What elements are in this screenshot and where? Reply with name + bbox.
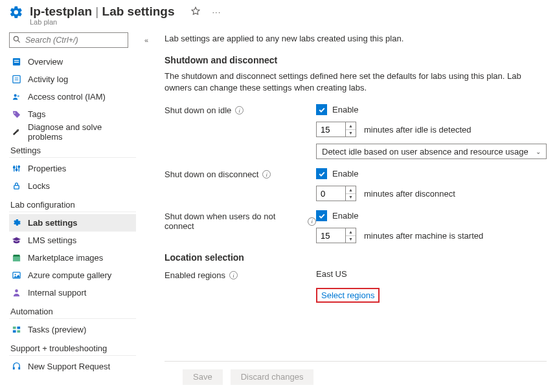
discard-button[interactable]: Discard changes — [231, 369, 314, 385]
spinner-idle-minutes[interactable]: ▲▼ — [316, 122, 356, 137]
sidebar-item-label: Lab settings — [28, 218, 78, 228]
checkbox-disconnect-enable[interactable] — [316, 168, 327, 179]
svg-rect-4 — [14, 60, 19, 61]
footer-bar: Save Discard changes — [165, 361, 547, 392]
sidebar-item-diagnose[interactable]: Diagnose and solve problems — [9, 123, 136, 140]
dropdown-value: Detect idle based on user absence and re… — [322, 147, 529, 157]
spinner-down-icon[interactable]: ▼ — [346, 130, 356, 137]
svg-point-17 — [18, 166, 19, 167]
sidebar-item-locks[interactable]: Locks — [9, 177, 136, 195]
sidebar-item-label: Overview — [28, 57, 63, 67]
sidebar-group-labconfig: Lab configuration — [9, 195, 136, 212]
tag-icon — [12, 109, 21, 119]
svg-point-10 — [17, 95, 19, 97]
svg-marker-0 — [192, 7, 200, 14]
page-header: lp-testplan | Lab settings Lab plan ··· — [9, 4, 551, 26]
svg-rect-26 — [17, 330, 20, 332]
sidebar-item-label: Azure compute gallery — [28, 270, 111, 280]
spinner-down-icon[interactable]: ▼ — [346, 236, 356, 243]
info-icon[interactable]: i — [235, 106, 244, 114]
after-text: minutes after disconnect — [364, 189, 455, 199]
sidebar-item-tasks[interactable]: Tasks (preview) — [9, 321, 136, 338]
info-icon[interactable]: i — [229, 271, 238, 279]
sidebar-item-iam[interactable]: Access control (IAM) — [9, 88, 136, 105]
dropdown-idle-detect[interactable]: Detect idle based on user absence and re… — [316, 144, 547, 159]
sidebar-item-label: Tasks (preview) — [28, 325, 86, 334]
sidebar-item-label: Properties — [28, 164, 66, 173]
headset-icon — [12, 362, 21, 371]
search-input[interactable] — [9, 32, 128, 48]
gear-icon — [12, 218, 21, 228]
region-value: East US — [316, 269, 547, 279]
sidebar-item-marketplace[interactable]: Marketplace images — [9, 249, 136, 267]
search-box[interactable] — [9, 32, 128, 48]
section-location-title: Location selection — [165, 252, 547, 263]
graduation-icon — [12, 235, 21, 245]
overview-icon — [12, 57, 21, 67]
sidebar-item-properties[interactable]: Properties — [9, 160, 136, 177]
checkbox-label: Enable — [332, 211, 358, 221]
svg-line-2 — [17, 40, 19, 42]
checkbox-noconnect-enable[interactable] — [316, 210, 327, 221]
spinner-up-icon[interactable]: ▲ — [346, 186, 356, 194]
label-shutdown-noconnect: Shut down when users do not connect i — [165, 210, 316, 231]
svg-point-21 — [15, 274, 16, 275]
tasks-icon — [12, 325, 21, 334]
save-button[interactable]: Save — [183, 369, 223, 385]
spinner-up-icon[interactable]: ▲ — [346, 228, 356, 236]
svg-rect-24 — [17, 327, 20, 329]
spinner-up-icon[interactable]: ▲ — [346, 122, 356, 130]
info-icon[interactable]: i — [308, 217, 316, 226]
sidebar-item-overview[interactable]: Overview — [9, 53, 136, 71]
checkbox-label: Enable — [332, 105, 358, 114]
checkbox-label: Enable — [332, 169, 358, 179]
sidebar-item-label: Access control (IAM) — [28, 92, 106, 102]
select-regions-link[interactable]: Select regions — [321, 290, 374, 300]
sidebar-item-tags[interactable]: Tags — [9, 105, 136, 123]
svg-rect-5 — [14, 62, 19, 63]
checkbox-idle-enable[interactable] — [316, 104, 327, 115]
sidebar-group-settings: Settings — [9, 140, 136, 158]
after-text: minutes after idle is detected — [364, 125, 471, 135]
spinner-input[interactable] — [317, 122, 345, 136]
section-shutdown-desc: The shutdown and disconnect settings def… — [165, 71, 547, 94]
sidebar-item-label: Internal support — [28, 288, 86, 298]
svg-rect-27 — [13, 367, 15, 369]
search-icon — [12, 35, 21, 44]
sliders-icon — [12, 164, 21, 173]
label-shutdown-disconnect: Shut down on disconnect i — [165, 168, 316, 179]
sidebar-item-activity-log[interactable]: Activity log — [9, 71, 136, 88]
main-content: Lab settings are applied to any new labs… — [142, 32, 551, 392]
activity-log-icon — [12, 74, 21, 84]
spinner-noconnect-minutes[interactable]: ▲▼ — [316, 228, 356, 243]
sidebar-item-label: New Support Request — [28, 362, 110, 371]
info-text: Lab settings are applied to any new labs… — [165, 34, 547, 43]
svg-point-15 — [14, 166, 15, 168]
more-icon[interactable]: ··· — [212, 7, 221, 17]
lock-icon — [12, 181, 21, 191]
sidebar-item-label: LMS settings — [28, 235, 76, 245]
chevron-down-icon: ⌄ — [536, 148, 541, 155]
collapse-sidebar-icon[interactable]: « — [144, 36, 146, 44]
gear-icon — [9, 5, 23, 19]
sidebar-group-support: Support + troubleshooting — [9, 338, 136, 356]
info-icon[interactable]: i — [262, 170, 271, 179]
sidebar-item-label: Activity log — [28, 74, 68, 84]
svg-rect-6 — [13, 76, 20, 83]
sidebar-item-lab-settings[interactable]: Lab settings — [9, 214, 136, 232]
sidebar-item-new-support[interactable]: New Support Request — [9, 358, 136, 375]
spinner-input[interactable] — [317, 186, 345, 201]
favorite-star-icon[interactable] — [191, 6, 200, 17]
store-icon — [12, 253, 21, 263]
svg-point-22 — [15, 289, 18, 292]
sidebar-item-lms[interactable]: LMS settings — [9, 232, 136, 249]
spinner-disconnect-minutes[interactable]: ▲▼ — [316, 186, 356, 201]
svg-point-11 — [14, 113, 16, 114]
sidebar: « Overview Activity log Access control (… — [9, 32, 142, 392]
label-enabled-regions: Enabled regions i — [165, 269, 316, 280]
spinner-input[interactable] — [317, 228, 345, 243]
spinner-down-icon[interactable]: ▼ — [346, 194, 356, 201]
after-text: minutes after machine is started — [364, 231, 483, 241]
sidebar-item-gallery[interactable]: Azure compute gallery — [9, 267, 136, 284]
sidebar-item-support[interactable]: Internal support — [9, 284, 136, 301]
